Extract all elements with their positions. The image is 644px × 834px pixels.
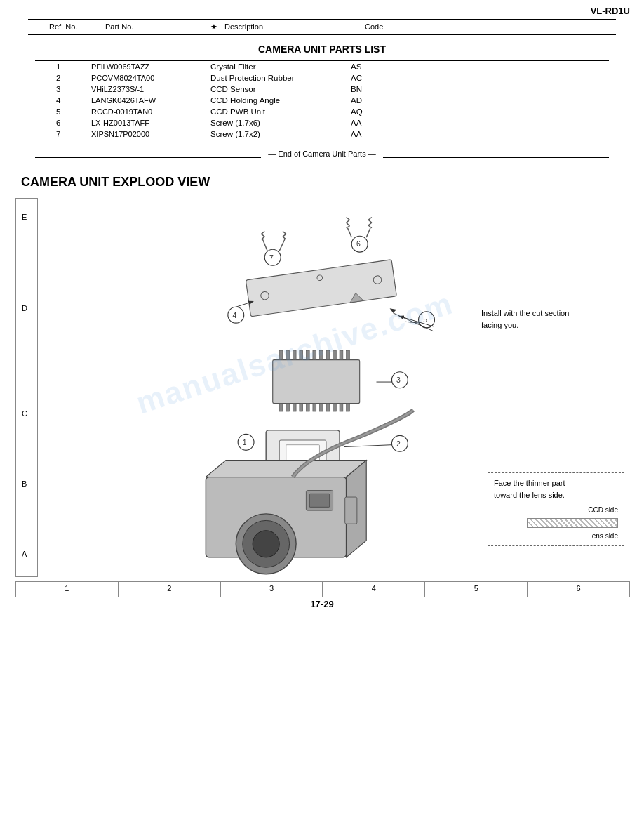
page-number: 17-29 <box>0 599 644 609</box>
svg-line-15 <box>262 237 265 239</box>
svg-line-10 <box>368 220 372 223</box>
end-line-text: — End of Camera Unit Parts — <box>261 150 382 158</box>
svg-rect-25 <box>246 260 396 317</box>
parts-table: 1 PFiLW0069TAZZ Crystal Filter AS 2 PCOV… <box>35 60 609 140</box>
part-number: PFiLW0069TAZZ <box>91 62 189 71</box>
svg-rect-41 <box>326 350 330 359</box>
part-code: AS <box>351 62 393 71</box>
svg-text:6: 6 <box>356 240 361 248</box>
svg-text:7: 7 <box>269 254 274 262</box>
table-row: 7 XIPSN17P02000 Screw (1.7x2) AA <box>35 128 609 140</box>
ccd-side-label: CCD side <box>588 505 618 515</box>
svg-rect-55 <box>347 404 350 411</box>
svg-rect-50 <box>313 404 316 411</box>
svg-line-14 <box>262 239 267 251</box>
grid-bottom-1: 1 <box>15 582 119 597</box>
svg-rect-75 <box>345 497 357 524</box>
part-code: AA <box>351 130 393 138</box>
part-ref: 7 <box>35 130 91 138</box>
col-header-desc: Description <box>224 22 365 32</box>
part-desc: CCD Sensor <box>210 85 351 93</box>
part-code: AC <box>351 74 393 82</box>
svg-rect-35 <box>286 350 290 359</box>
svg-line-8 <box>368 225 372 228</box>
drawing-section: E D C B A 6 7 5 <box>0 195 644 609</box>
end-line-container: — End of Camera Unit Parts — <box>35 150 609 158</box>
grid-left-bar: E D C B A <box>15 198 38 577</box>
svg-rect-52 <box>326 404 330 411</box>
svg-line-6 <box>347 218 350 220</box>
table-row: 6 LX-HZ0013TAFF Screw (1.7x6) AA <box>35 117 609 128</box>
part-code: BN <box>351 85 393 93</box>
part-number: LX-HZ0013TAFF <box>91 119 189 127</box>
svg-rect-46 <box>286 404 290 411</box>
svg-text:2: 2 <box>396 440 401 448</box>
part-ref: 1 <box>35 62 91 71</box>
svg-line-21 <box>283 232 286 234</box>
ccd-lens-row: Lens side <box>494 531 618 541</box>
svg-rect-45 <box>279 404 283 411</box>
svg-rect-33 <box>273 360 360 404</box>
table-header-row: Ref. No. Part No. ★ Description Code <box>28 19 616 35</box>
grid-bottom-3: 3 <box>221 582 323 597</box>
grid-bottom-6: 6 <box>528 582 630 597</box>
part-ref: 4 <box>35 96 91 105</box>
grid-bottom-2: 2 <box>119 582 221 597</box>
table-row: 4 LANGK0426TAFW CCD Holding Angle AD <box>35 95 609 106</box>
svg-line-11 <box>368 218 372 220</box>
svg-line-18 <box>279 239 285 251</box>
svg-line-5 <box>347 220 350 223</box>
part-number: RCCD-0019TAN0 <box>91 107 189 116</box>
svg-rect-53 <box>333 404 337 411</box>
svg-rect-74 <box>309 494 330 507</box>
grid-bottom-5: 5 <box>425 582 528 597</box>
svg-line-2 <box>348 228 352 237</box>
table-row: 2 PCOVM8024TA00 Dust Protection Rubber A… <box>35 72 609 84</box>
model-number: VL-RD1U <box>591 6 630 16</box>
part-desc: Dust Protection Rubber <box>210 74 351 82</box>
ccd-diagram: CCD side Lens side <box>494 505 618 541</box>
svg-rect-38 <box>306 350 309 359</box>
svg-rect-39 <box>313 350 316 359</box>
part-desc: CCD Holding Angle <box>210 96 351 105</box>
grid-label-c: C <box>22 409 27 418</box>
svg-rect-51 <box>319 404 323 411</box>
svg-text:4: 4 <box>233 312 237 319</box>
part-number: VHiLZ2373S/-1 <box>91 85 189 93</box>
svg-rect-42 <box>333 350 337 359</box>
part-desc: Screw (1.7x6) <box>210 119 351 127</box>
table-row: 3 VHiLZ2373S/-1 CCD Sensor BN <box>35 84 609 95</box>
svg-line-17 <box>262 232 265 234</box>
svg-rect-34 <box>279 350 283 359</box>
svg-marker-68 <box>206 461 366 477</box>
part-code: AQ <box>351 107 393 116</box>
face-callout: Face the thinner part toward the lens si… <box>488 472 624 546</box>
svg-point-72 <box>253 531 279 557</box>
ccd-label-row: CCD side <box>494 505 618 515</box>
lens-side-label: Lens side <box>588 531 618 541</box>
svg-line-32 <box>400 317 434 326</box>
svg-rect-43 <box>340 350 343 359</box>
face-callout-text: Face the thinner part toward the lens si… <box>494 477 618 501</box>
grid-label-b: B <box>22 479 27 488</box>
svg-line-3 <box>347 226 350 228</box>
part-ref: 2 <box>35 74 91 82</box>
grid-label-e: E <box>22 213 27 221</box>
svg-line-16 <box>262 234 265 237</box>
svg-line-19 <box>283 237 286 239</box>
svg-rect-40 <box>319 350 323 359</box>
grid-bottom-row: 1 2 3 4 5 6 <box>15 581 630 597</box>
parts-list-title: CAMERA UNIT PARTS LIST <box>14 35 630 60</box>
part-code: AA <box>351 119 393 127</box>
part-desc: CCD PWB Unit <box>210 107 351 116</box>
svg-text:3: 3 <box>396 376 401 384</box>
svg-rect-36 <box>293 350 296 359</box>
svg-line-20 <box>283 234 286 237</box>
svg-text:1: 1 <box>243 439 247 446</box>
svg-line-7 <box>366 228 370 237</box>
part-desc: Crystal Filter <box>210 62 351 71</box>
svg-line-4 <box>347 223 350 226</box>
grid-bottom-4: 4 <box>323 582 425 597</box>
ccd-bar <box>527 518 618 528</box>
exploded-view-title: CAMERA UNIT EXPLOOD VIEW <box>0 168 644 195</box>
